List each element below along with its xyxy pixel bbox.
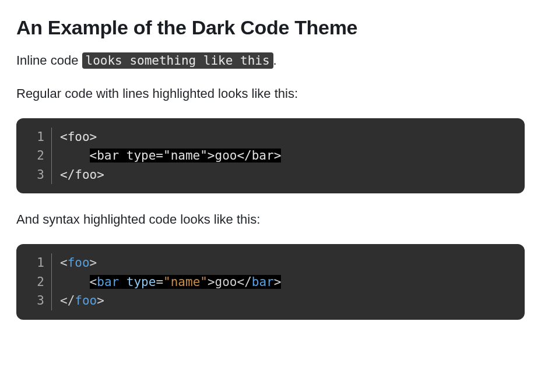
token: >	[208, 275, 215, 289]
token: goo	[215, 275, 237, 289]
token: </	[60, 294, 75, 308]
token: type	[127, 275, 156, 289]
line-content: <foo>	[52, 253, 97, 273]
code-line: 2 <bar type="name">goo</bar>	[29, 273, 512, 292]
code-block-syntax-highlighted: 1<foo>2 <bar type="name">goo</bar>3</foo…	[16, 244, 525, 320]
code-block-plain-highlighted: 1<foo>2 <bar type="name">goo</bar>3</foo…	[16, 118, 525, 194]
token: >	[90, 256, 97, 270]
token: </	[237, 275, 252, 289]
code-line: 2 <bar type="name">goo</bar>	[29, 146, 512, 165]
intro-suffix: .	[273, 53, 277, 68]
token: =	[156, 275, 163, 289]
inline-code-sample: looks something like this	[82, 52, 273, 69]
intro-paragraph: Inline code looks something like this.	[16, 52, 525, 70]
code-line: 1<foo>	[29, 128, 512, 147]
line-content: <bar type="name">goo</bar>	[52, 273, 281, 292]
token: >	[274, 275, 282, 289]
highlighted-span: <bar type="name">goo</bar>	[90, 149, 282, 163]
token: foo	[75, 294, 97, 308]
token: "name"	[163, 275, 208, 289]
page-heading: An Example of the Dark Code Theme	[16, 16, 525, 39]
token: <	[90, 275, 97, 289]
token	[119, 275, 127, 289]
paragraph-2: And syntax highlighted code looks like t…	[16, 211, 525, 229]
line-content: </foo>	[52, 291, 104, 310]
token: >	[97, 294, 104, 308]
line-number: 1	[29, 253, 52, 273]
code-line: 3</foo>	[29, 165, 512, 185]
intro-prefix: Inline code	[16, 53, 82, 68]
line-number: 3	[29, 165, 52, 185]
line-content: <foo>	[52, 128, 97, 147]
line-number: 2	[29, 146, 52, 165]
token: bar	[97, 275, 119, 289]
line-content: <bar type="name">goo</bar>	[52, 146, 281, 165]
code-line: 3</foo>	[29, 291, 512, 310]
line-number: 1	[29, 128, 52, 147]
highlighted-span: <bar type="name">goo</bar>	[90, 275, 282, 289]
line-number: 2	[29, 273, 52, 292]
token: <	[60, 256, 68, 270]
line-number: 3	[29, 291, 52, 310]
line-content: </foo>	[52, 165, 104, 185]
token: bar	[252, 275, 274, 289]
code-line: 1<foo>	[29, 253, 512, 273]
token: foo	[68, 256, 90, 270]
paragraph-1: Regular code with lines highlighted look…	[16, 85, 525, 103]
